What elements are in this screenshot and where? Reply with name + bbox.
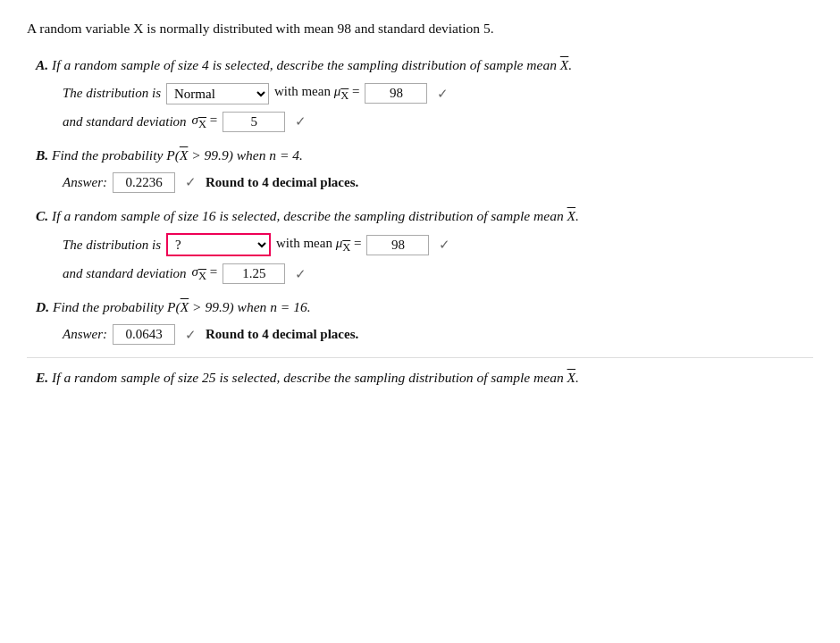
section-d-question: Find the probability P(X > 99.9) when n … xyxy=(53,299,311,314)
section-b-label: B. Find the probability P(X > 99.9) when… xyxy=(36,145,813,165)
statement-text: A random variable X is normally distribu… xyxy=(27,21,494,36)
answer-label-d: Answer: xyxy=(63,327,107,342)
section-e-question: If a random sample of size 25 is selecte… xyxy=(52,370,579,385)
section-c-question: If a random sample of size 16 is selecte… xyxy=(52,208,579,223)
round-note-b: Round to 4 decimal places. xyxy=(206,175,358,190)
check-icon-d[interactable]: ✓ xyxy=(181,325,200,345)
section-a-label: A. If a random sample of size 4 is selec… xyxy=(36,54,813,75)
round-note-d: Round to 4 decimal places. xyxy=(206,327,358,342)
answer-label-b: Answer: xyxy=(63,175,107,190)
stddev-label-a: and standard deviation xyxy=(63,114,187,129)
problem-statement: A random variable X is normally distribu… xyxy=(27,18,813,38)
xbar-a: X xyxy=(560,57,568,72)
check-icon-a-std[interactable]: ✓ xyxy=(290,112,310,131)
section-b: B. Find the probability P(X > 99.9) when… xyxy=(27,145,813,193)
stddev-label-c: and standard deviation xyxy=(63,266,187,281)
mu-sub-a: X xyxy=(340,89,349,102)
sigma-label-a: σX = xyxy=(192,113,218,131)
section-a: A. If a random sample of size 4 is selec… xyxy=(27,54,813,131)
section-d-label: D. Find the probability P(X > 99.9) when… xyxy=(36,296,813,317)
distribution-row-a: The distribution is Normal Uniform Skewe… xyxy=(36,83,813,104)
section-c-label: C. If a random sample of size 16 is sele… xyxy=(36,205,813,226)
with-mean-label-c: with mean μX = xyxy=(276,236,361,255)
check-icon-c-std[interactable]: ✓ xyxy=(290,264,310,284)
section-e-label: E. If a random sample of size 25 is sele… xyxy=(36,367,813,388)
sigma-value-c: 1.25 xyxy=(223,263,285,284)
distribution-label-a: The distribution is xyxy=(63,86,161,101)
distribution-select-c[interactable]: ? Normal Uniform Skewed Left Skewed Righ… xyxy=(166,233,271,256)
section-b-question: Find the probability P(X > 99.9) when n … xyxy=(52,147,303,163)
mu-value-a: 98 xyxy=(365,83,427,104)
section-d: D. Find the probability P(X > 99.9) when… xyxy=(27,296,813,345)
sigma-label-c: σX = xyxy=(192,264,218,283)
answer-row-b: Answer: 0.2236 ✓ Round to 4 decimal plac… xyxy=(36,172,813,193)
check-icon-b[interactable]: ✓ xyxy=(181,172,200,192)
check-icon-c-mean[interactable]: ✓ xyxy=(434,235,454,255)
mu-value-c: 98 xyxy=(366,235,429,255)
check-icon-a-mean[interactable]: ✓ xyxy=(433,84,452,104)
distribution-label-c: The distribution is xyxy=(63,238,161,253)
answer-value-d: 0.0643 xyxy=(113,324,175,345)
stddev-row-c: and standard deviation σX = 1.25 ✓ xyxy=(36,263,813,284)
answer-value-b: 0.2236 xyxy=(113,172,175,193)
sigma-value-a: 5 xyxy=(223,112,285,132)
distribution-row-c: The distribution is ? Normal Uniform Ske… xyxy=(36,233,813,256)
section-e: E. If a random sample of size 25 is sele… xyxy=(27,357,813,388)
distribution-select-a[interactable]: Normal Uniform Skewed Left Skewed Right xyxy=(166,83,269,104)
with-mean-label-a: with mean μX = xyxy=(274,84,359,103)
section-a-question: If a random sample of size 4 is selected… xyxy=(52,57,572,72)
stddev-row-a: and standard deviation σX = 5 ✓ xyxy=(36,112,813,132)
section-c: C. If a random sample of size 16 is sele… xyxy=(27,205,813,284)
answer-row-d: Answer: 0.0643 ✓ Round to 4 decimal plac… xyxy=(36,324,813,345)
